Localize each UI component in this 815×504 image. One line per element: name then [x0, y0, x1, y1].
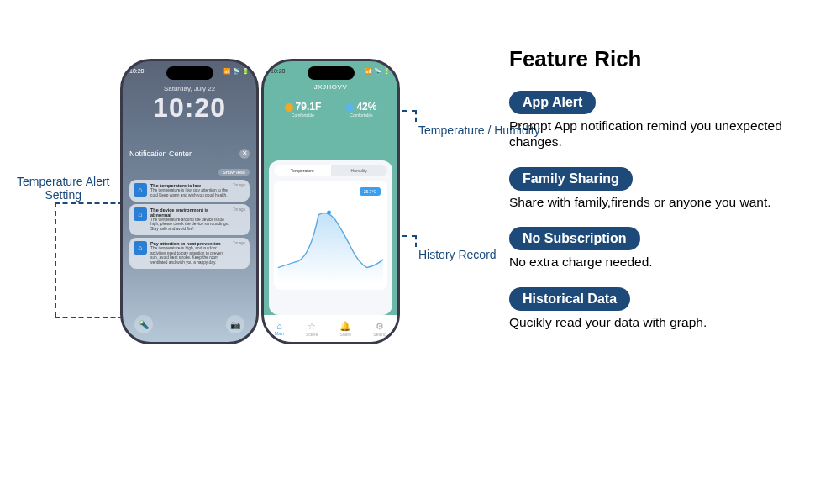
phone-notch — [308, 66, 355, 80]
connector-line — [55, 202, 56, 317]
feature-desc: Share with family,firends or anyone you … — [509, 194, 786, 210]
tab-main[interactable]: ⌂Main — [275, 321, 284, 336]
phone-lockscreen: 10:20 📶 📡 🔋 Saturday, July 22 10:20 Noti… — [120, 59, 259, 344]
notification-center-title: Notification Center — [129, 150, 192, 158]
close-icon[interactable]: ✕ — [239, 149, 250, 159]
callout-history-record: History Record — [418, 248, 497, 261]
chart-tabs: Temperature Humidity — [274, 165, 387, 176]
sun-icon — [285, 103, 293, 112]
temperature-chart — [274, 181, 387, 290]
tab-temperature[interactable]: Temperature — [274, 165, 331, 176]
notification-card[interactable]: ⌂ Pay attention to heat prevention The t… — [129, 238, 250, 269]
tab-scene[interactable]: ☆Scene — [306, 321, 318, 337]
callout-temp-alert: Temperature Alert Setting — [17, 175, 110, 202]
home-icon: ⌂ — [134, 241, 147, 255]
chart-data-tag: 25.7°C — [360, 187, 381, 196]
notification-body: The temperature is high, and outdoor act… — [150, 246, 229, 265]
notification-time: 7m ago — [233, 183, 245, 198]
temperature-reading: 79.1F Comfortable — [285, 101, 322, 118]
feature-historical-data: Historical Data Qucikly read your data w… — [509, 287, 786, 330]
tab-bar: ⌂Main ☆Scene 🔔Share ⚙Setting — [264, 315, 397, 342]
home-icon: ⌂ — [134, 183, 147, 197]
gear-icon: ⚙ — [373, 321, 386, 332]
feature-pill: No Subscription — [509, 227, 640, 250]
home-icon: ⌂ — [275, 321, 284, 331]
feature-no-subscription: No Subscription No extra charge needed. — [509, 227, 786, 270]
features-panel: Feature Rich App Alert Prompt App notifi… — [509, 46, 786, 347]
home-icon: ⌂ — [134, 207, 147, 221]
lockscreen-date: Saturday, July 22 — [123, 85, 256, 92]
statusbar-icons: 📶 📡 🔋 — [223, 68, 250, 75]
features-heading: Feature Rich — [509, 46, 786, 72]
app-title: JXJHOVV — [264, 83, 397, 91]
feature-desc: No extra charge needed. — [509, 254, 786, 270]
feature-family-sharing: Family Sharing Share with family,firends… — [509, 167, 786, 210]
notification-text: The temperature is low The temperature i… — [150, 183, 229, 198]
chart-panel: Temperature Humidity 25.7°C — [269, 160, 392, 315]
svg-point-0 — [327, 211, 331, 215]
humidity-value: 42% — [356, 101, 376, 113]
show-less-row: Show less — [129, 162, 250, 177]
connector-line — [415, 110, 417, 122]
chart-card: 25.7°C — [274, 181, 387, 290]
notification-title: Pay attention to heat prevention — [150, 241, 229, 246]
feature-pill: Family Sharing — [509, 167, 633, 191]
phone-notch — [166, 66, 213, 80]
temperature-value: 79.1F — [296, 101, 322, 113]
notification-center-header: Notification Center ✕ — [129, 149, 250, 159]
notification-card[interactable]: ⌂ The device environment is abnormal The… — [129, 204, 250, 235]
phone-app: 10:20 📶 📡 🔋 JXJHOVV 79.1F Comfortable 42… — [261, 59, 400, 344]
connector-line — [55, 317, 124, 318]
feature-desc: Prompt App notification remind you unexp… — [509, 118, 786, 150]
statusbar-icons: 📶 📡 🔋 — [365, 68, 391, 75]
readings-row: 79.1F Comfortable 42% Comfortable — [272, 101, 389, 118]
tab-setting[interactable]: ⚙Setting — [373, 321, 386, 337]
tab-share[interactable]: 🔔Share — [339, 321, 351, 337]
notification-time: 7m ago — [233, 241, 245, 265]
camera-icon[interactable]: 📷 — [226, 315, 244, 333]
statusbar-time: 10:20 — [129, 68, 145, 75]
feature-desc: Qucikly read your data with graph. — [509, 314, 786, 330]
lockscreen-shortcuts: 🔦 📷 — [123, 315, 256, 333]
lockscreen-time: 10:20 — [123, 92, 256, 123]
notification-card[interactable]: ⌂ The temperature is low The temperature… — [129, 180, 250, 202]
star-icon: ☆ — [306, 321, 318, 332]
flashlight-icon[interactable]: 🔦 — [134, 315, 153, 333]
notification-text: Pay attention to heat prevention The tem… — [150, 241, 229, 265]
notification-title: The device environment is abnormal — [150, 207, 229, 218]
statusbar-time: 10:20 — [271, 68, 286, 75]
feature-pill: App Alert — [509, 91, 596, 114]
droplet-icon — [345, 103, 354, 112]
feature-app-alert: App Alert Prompt App notification remind… — [509, 91, 786, 150]
temperature-status: Comfortable — [285, 113, 322, 118]
humidity-reading: 42% Comfortable — [345, 101, 376, 118]
bell-icon: 🔔 — [339, 321, 351, 332]
feature-pill: Historical Data — [509, 287, 630, 311]
connector-line — [415, 235, 417, 247]
show-less-button[interactable]: Show less — [218, 169, 250, 176]
notification-time: 7m ago — [233, 207, 245, 232]
connector-line — [55, 202, 124, 204]
notification-body: The temperature is low, pay attention to… — [150, 188, 229, 198]
humidity-status: Comfortable — [345, 113, 376, 118]
tab-humidity[interactable]: Humidity — [331, 165, 388, 176]
notification-body: The temperature around the device is too… — [150, 218, 229, 232]
notification-text: The device environment is abnormal The t… — [150, 207, 229, 232]
